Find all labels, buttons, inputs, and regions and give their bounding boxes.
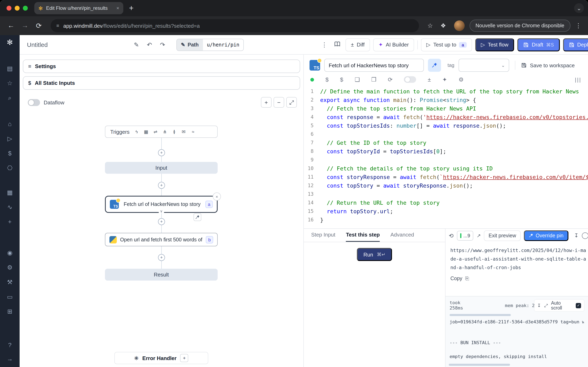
fit-view-button[interactable]: ⤢: [286, 97, 297, 108]
logs-scrollbar-bottom[interactable]: [449, 364, 510, 366]
zoom-out-button[interactable]: −: [274, 97, 284, 108]
code-line[interactable]: 6: [304, 130, 588, 139]
code-line[interactable]: 1// Define the main function to fetch th…: [304, 87, 588, 96]
code-line[interactable]: 11 const storyResponse = await fetch(`ht…: [304, 173, 588, 182]
add-error-handler-icon[interactable]: +: [180, 354, 189, 362]
url-bar[interactable]: ≡ app.windmill.dev/flows/edit/u/henri/pi…: [51, 19, 419, 32]
step-a-node[interactable]: TS Fetch url of HackerNews top story a ×…: [105, 196, 218, 213]
draft-button[interactable]: Draft⌘S: [517, 38, 560, 51]
code-line[interactable]: 9: [304, 156, 588, 164]
maximize-window-button[interactable]: [23, 6, 28, 11]
reload-icon[interactable]: ⟳: [388, 76, 392, 83]
settings-icon[interactable]: ⚙: [6, 263, 14, 272]
email-icon[interactable]: ✉: [181, 129, 187, 134]
schedules-icon[interactable]: ▦: [6, 188, 14, 197]
close-window-button[interactable]: [7, 6, 11, 11]
deploy-button[interactable]: Deploy: [563, 38, 588, 51]
code-line[interactable]: 5 const topStoriesIds: number[] = await …: [304, 122, 588, 130]
variables-icon[interactable]: $: [6, 149, 14, 157]
resources-icon[interactable]: ⎔: [6, 164, 14, 172]
workers-icon[interactable]: ⚒: [6, 278, 14, 286]
path-chip[interactable]: ✎Path u/henri/pin: [176, 39, 244, 51]
browser-menu-icon[interactable]: ⋮: [575, 22, 581, 29]
tab-advanced[interactable]: Advanced: [390, 232, 414, 242]
reload-button[interactable]: ⟳: [33, 21, 45, 30]
flow-settings-bar[interactable]: ≡ Settings: [23, 59, 300, 73]
flow-title[interactable]: Untitled: [27, 41, 48, 48]
insert-step-button[interactable]: +: [158, 254, 165, 261]
code-line[interactable]: 4 const response = await fetch('https://…: [304, 113, 588, 122]
schedule-icon[interactable]: ▦: [143, 129, 149, 134]
expand-logs-icon[interactable]: ⤢: [544, 303, 548, 308]
result-node[interactable]: Result: [105, 269, 218, 281]
test-up-to-button[interactable]: ▷Test up toa: [421, 38, 472, 51]
pin-toggle-button[interactable]: [428, 59, 441, 72]
help-icon[interactable]: ?: [6, 341, 14, 349]
tag-select[interactable]: ⌄: [458, 59, 509, 72]
workspace-icon[interactable]: ▤: [6, 64, 14, 73]
editor-toggle[interactable]: [404, 76, 416, 83]
remove-step-icon[interactable]: ×: [213, 192, 221, 201]
code-line[interactable]: 13: [304, 190, 588, 199]
code-line[interactable]: 12 const topStory = await storyResponse.…: [304, 182, 588, 190]
bookmark-star-icon[interactable]: ☆: [424, 22, 436, 29]
override-pin-button[interactable]: Override pin: [524, 230, 568, 241]
back-button[interactable]: ←: [5, 22, 17, 30]
nats-icon[interactable]: ≬: [171, 129, 177, 134]
favorites-star-icon[interactable]: ☆: [6, 79, 14, 87]
editor-settings-icon[interactable]: ⚙: [458, 76, 464, 83]
variables-icon[interactable]: $: [325, 76, 329, 83]
code-line[interactable]: 10 // Fetch the details of the top story…: [304, 164, 588, 173]
code-line[interactable]: 16}: [304, 216, 588, 224]
package-icon[interactable]: ❑: [355, 76, 360, 83]
run-history-chip[interactable]: ...9: [457, 231, 473, 240]
runs-icon[interactable]: ▷: [6, 134, 14, 143]
step-b-node[interactable]: Open url and fetch first 500 words of ..…: [105, 233, 218, 246]
test-flow-button[interactable]: ▷Test flow: [475, 38, 514, 51]
tab-search-icon[interactable]: ⌄: [574, 3, 584, 13]
ai-assistant-icon[interactable]: ✦: [442, 76, 447, 83]
profile-avatar[interactable]: [454, 20, 465, 31]
windmill-logo-icon[interactable]: ✻: [7, 38, 13, 47]
insert-step-button[interactable]: +: [158, 182, 165, 189]
mqtt-icon[interactable]: ≈: [190, 129, 196, 134]
download-logs-icon[interactable]: ↧: [537, 303, 541, 308]
docs-book-icon[interactable]: [333, 41, 342, 49]
forward-button[interactable]: →: [19, 22, 31, 30]
new-tab-button[interactable]: +: [129, 4, 134, 13]
pinned-result-icon[interactable]: [194, 213, 201, 221]
diff-button[interactable]: ±Diff: [346, 38, 370, 51]
insert-step-button[interactable]: +: [158, 149, 165, 156]
input-node[interactable]: Input: [105, 162, 218, 174]
code-line[interactable]: 14 // Return the URL of the top story: [304, 199, 588, 207]
search-icon[interactable]: ⌕: [6, 94, 14, 102]
result-url[interactable]: https://www.geoffreylitt.com/2025/04/12/…: [450, 246, 588, 272]
more-options-icon[interactable]: ⋮: [320, 41, 329, 48]
tab-step-input[interactable]: Step Input: [311, 232, 336, 242]
dependencies-icon[interactable]: ❒: [371, 76, 376, 83]
autoscroll-checkbox[interactable]: ✓: [576, 303, 581, 308]
tab-test-this-step[interactable]: Test this step: [346, 232, 380, 242]
minimize-window-button[interactable]: [15, 6, 20, 11]
exit-preview-button[interactable]: Exit preview: [484, 230, 521, 241]
code-line[interactable]: 8 const topStoryId = topStoriesIds[0];: [304, 147, 588, 156]
chrome-update-button[interactable]: Nouvelle version de Chrome disponible: [469, 20, 571, 32]
webhook-icon[interactable]: ϟ: [134, 129, 140, 134]
routes-icon[interactable]: ∿: [6, 203, 14, 211]
zoom-in-button[interactable]: +: [261, 97, 272, 108]
http-route-icon[interactable]: ⇌: [152, 129, 158, 134]
site-settings-icon[interactable]: ≡: [56, 23, 59, 29]
save-to-workspace-button[interactable]: Save to workspace: [521, 62, 575, 68]
triggers-node[interactable]: Triggers ϟ▦⇌⋔≬✉≈: [105, 125, 218, 138]
download-result-icon[interactable]: ↧: [574, 233, 579, 239]
contextual-variable-icon[interactable]: $: [340, 76, 343, 83]
collapse-icon[interactable]: →: [6, 355, 14, 363]
dataflow-toggle[interactable]: [28, 99, 40, 106]
add-icon[interactable]: +: [6, 218, 14, 226]
static-inputs-bar[interactable]: $ All Static Inputs: [23, 76, 300, 90]
run-button[interactable]: Run⌘↵: [357, 248, 392, 261]
diff-mode-icon[interactable]: ±: [428, 76, 431, 83]
apps-grid-icon[interactable]: ⊞: [6, 308, 14, 316]
undo-button[interactable]: ↶: [145, 41, 154, 48]
folders-icon[interactable]: ▭: [6, 293, 14, 301]
